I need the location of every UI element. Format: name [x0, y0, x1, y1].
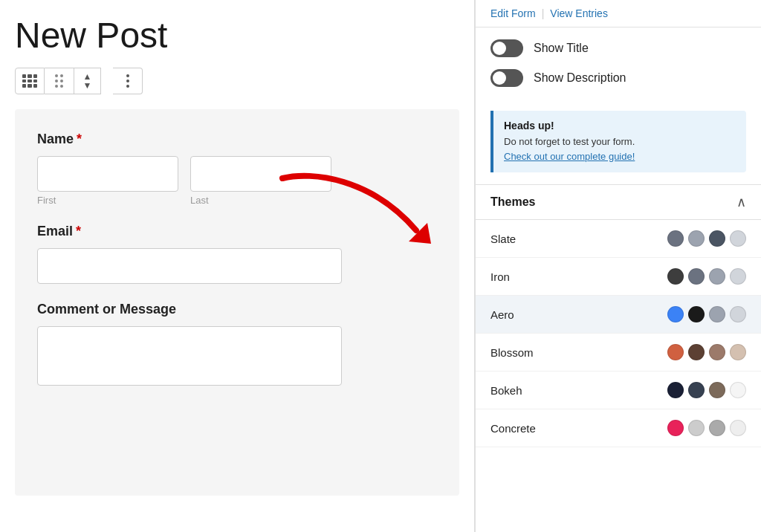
color-swatch [688, 306, 705, 322]
color-swatch [667, 268, 684, 285]
drag-handle-button[interactable] [45, 68, 74, 94]
header-divider: | [542, 7, 545, 19]
themes-section: Themes ∧ SlateIronAeroBlossomBokehConcre… [476, 184, 761, 532]
last-name-input[interactable] [190, 156, 331, 192]
toggles-section: Show Title Show Description [476, 27, 761, 111]
theme-name: Bokeh [490, 384, 522, 397]
color-swatch [709, 230, 725, 247]
color-swatch [709, 420, 725, 436]
color-swatch [730, 420, 746, 436]
theme-colors [667, 344, 746, 360]
show-title-row: Show Title [490, 39, 746, 57]
color-swatch [688, 344, 705, 360]
email-required-star: * [76, 224, 81, 239]
theme-row[interactable]: Aero [476, 296, 761, 334]
color-swatch [709, 344, 725, 360]
themes-title: Themes [490, 195, 535, 209]
notice-title: Heads up! [504, 120, 736, 132]
color-swatch [688, 268, 705, 285]
show-title-toggle[interactable] [490, 39, 523, 57]
theme-name: Aero [490, 308, 514, 321]
more-options-button[interactable] [113, 68, 143, 94]
theme-name: Iron [490, 270, 510, 283]
last-name-label: Last [190, 195, 331, 206]
color-swatch [709, 382, 725, 398]
color-swatch [667, 382, 684, 398]
right-panel: Edit Form | View Entries Show Title Show… [475, 0, 761, 532]
color-swatch [709, 268, 725, 285]
color-swatch [667, 344, 684, 360]
show-description-row: Show Description [490, 69, 746, 87]
notice-box: Heads up! Do not forget to test your for… [490, 111, 746, 172]
theme-row[interactable]: Concrete [476, 409, 761, 447]
email-label: Email* [37, 224, 437, 239]
color-swatch [667, 230, 684, 247]
page-title: New Post [0, 15, 474, 56]
color-swatch [730, 344, 746, 360]
table-icon-button[interactable] [15, 68, 45, 94]
theme-row[interactable]: Iron [476, 258, 761, 296]
theme-colors [667, 306, 746, 322]
theme-colors [667, 382, 746, 398]
color-swatch [688, 230, 705, 247]
theme-row[interactable]: Bokeh [476, 372, 761, 409]
theme-colors [667, 268, 746, 285]
color-swatch [688, 382, 705, 398]
color-swatch [730, 268, 746, 285]
comment-label: Comment or Message [37, 302, 437, 317]
first-name-input[interactable] [37, 156, 178, 192]
table-icon [22, 74, 37, 88]
right-panel-header: Edit Form | View Entries [476, 0, 761, 27]
show-description-toggle[interactable] [490, 69, 523, 87]
theme-colors [667, 230, 746, 247]
email-input[interactable] [37, 248, 342, 284]
theme-name: Concrete [490, 422, 536, 435]
color-swatch [730, 306, 746, 322]
edit-form-link[interactable]: Edit Form [490, 7, 536, 19]
form-canvas: Name* First Last Email* Comment or [15, 109, 459, 496]
first-name-label: First [37, 195, 178, 206]
name-inputs-row: First Last [37, 156, 437, 206]
color-swatch [667, 420, 684, 436]
email-field-group: Email* [37, 224, 437, 284]
drag-handle-icon [55, 74, 63, 88]
chevron-down-icon: ▼ [83, 81, 92, 90]
view-entries-link[interactable]: View Entries [550, 7, 608, 19]
color-swatch [730, 382, 746, 398]
move-up-down-button[interactable]: ▲ ▼ [74, 68, 101, 94]
color-swatch [688, 420, 705, 436]
theme-name: Blossom [490, 346, 534, 359]
first-name-wrap: First [37, 156, 178, 206]
themes-list: SlateIronAeroBlossomBokehConcrete [476, 219, 761, 532]
theme-colors [667, 420, 746, 436]
name-required-star: * [77, 132, 82, 146]
theme-name: Slate [490, 233, 516, 245]
color-swatch [709, 306, 725, 322]
notice-body: Do not forget to test your form. Check o… [504, 134, 736, 163]
color-swatch [730, 230, 746, 247]
name-field-group: Name* First Last [37, 132, 437, 206]
comment-field-group: Comment or Message [37, 302, 437, 386]
last-name-wrap: Last [190, 156, 331, 206]
theme-row[interactable]: Blossom [476, 334, 761, 372]
color-swatch [667, 306, 684, 322]
left-panel: New Post ▲ ▼ [0, 0, 474, 532]
comment-textarea[interactable] [37, 326, 342, 386]
show-description-label: Show Description [534, 71, 626, 85]
name-label: Name* [37, 132, 437, 147]
theme-row[interactable]: Slate [476, 220, 761, 258]
show-title-label: Show Title [534, 42, 589, 55]
themes-header[interactable]: Themes ∧ [476, 184, 761, 219]
notice-link[interactable]: Check out our complete guide! [504, 151, 635, 162]
themes-collapse-icon: ∧ [736, 194, 746, 210]
block-toolbar: ▲ ▼ [0, 68, 474, 94]
